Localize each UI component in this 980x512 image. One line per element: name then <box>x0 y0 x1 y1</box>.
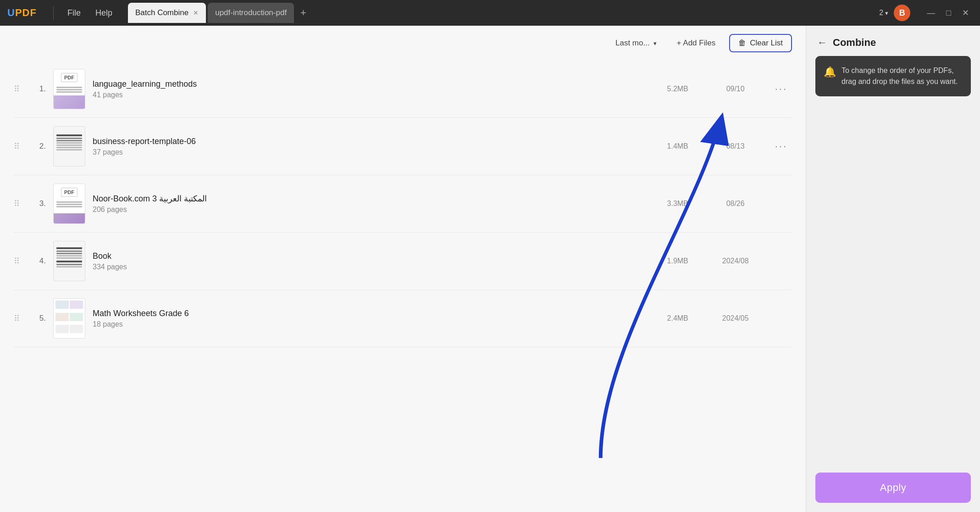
file-info: Math Worksheets Grade 6 18 pages <box>93 309 648 328</box>
window-controls: — □ ✕ <box>923 6 973 20</box>
file-thumbnail: PDF <box>53 184 85 224</box>
item-number: 1. <box>32 84 46 94</box>
file-info: Noor-Book.com 3 المكتبة العربية 206 page… <box>93 194 648 214</box>
table-row: ⠿ 5. Math Worksheets Grade 6 18 pages <box>14 290 792 347</box>
file-name: Noor-Book.com 3 المكتبة العربية <box>93 194 648 204</box>
tab-batch-combine-close[interactable]: ✕ <box>193 10 199 16</box>
file-pages: 334 pages <box>93 263 648 271</box>
file-thumbnail: PDF <box>53 69 85 109</box>
file-options-button[interactable]: ··· <box>770 139 792 154</box>
file-list: ⠿ 1. PDF language_learning_methods 41 pa… <box>0 61 806 512</box>
sort-chevron-icon: ▾ <box>653 40 657 47</box>
drag-handle[interactable]: ⠿ <box>14 256 25 266</box>
info-box: 🔔 To change the order of your PDFs, drag… <box>815 56 971 96</box>
file-size: 5.2MB <box>655 85 701 93</box>
add-files-label: + Add Files <box>677 39 716 48</box>
file-pages: 41 pages <box>93 91 648 99</box>
file-name: business-report-template-06 <box>93 137 648 146</box>
panel-spacer <box>806 96 980 463</box>
back-button[interactable]: ← <box>817 37 827 49</box>
apply-button[interactable]: Apply <box>815 473 971 503</box>
table-row: ⠿ 1. PDF language_learning_methods 41 pa… <box>14 61 792 118</box>
item-number: 5. <box>32 314 46 323</box>
tab-batch-combine-label: Batch Combine <box>135 8 188 17</box>
file-info: business-report-template-06 37 pages <box>93 137 648 156</box>
table-row: ⠿ 3. PDF Noor-Book.com 3 المكتبة العربية… <box>14 175 792 233</box>
minimize-button[interactable]: — <box>923 6 939 20</box>
titlebar-nav: File Help <box>61 6 119 21</box>
help-menu-button[interactable]: Help <box>89 6 119 21</box>
main-area: Last mo... ▾ + Add Files 🗑 Clear List ⠿ … <box>0 26 980 512</box>
maximize-button[interactable]: □ <box>942 6 955 20</box>
tabs-area: Batch Combine ✕ updf-introduction-pdf + <box>128 3 879 23</box>
files-panel: Last mo... ▾ + Add Files 🗑 Clear List ⠿ … <box>0 26 806 512</box>
file-size: 2.4MB <box>655 314 701 323</box>
file-pages: 37 pages <box>93 148 648 156</box>
file-menu-button[interactable]: File <box>61 6 87 21</box>
clear-list-button[interactable]: 🗑 Clear List <box>729 34 792 52</box>
file-options-button[interactable]: ··· <box>770 81 792 97</box>
right-panel: ← Combine 🔔 To change the order of your … <box>806 26 980 512</box>
sort-button[interactable]: Last mo... ▾ <box>609 35 663 51</box>
file-size: 3.3MB <box>655 200 701 208</box>
version-badge: 2 ▾ <box>879 9 888 17</box>
drag-handle[interactable]: ⠿ <box>14 313 25 323</box>
panel-header: ← Combine <box>806 26 980 56</box>
tab-updf-intro[interactable]: updf-introduction-pdf <box>208 3 294 23</box>
table-row: ⠿ 4. Book 334 pages 1.9MB 2024/08 ··· <box>14 233 792 290</box>
file-name: Book <box>93 251 648 261</box>
sort-label: Last mo... <box>615 39 650 48</box>
table-row: ⠿ 2. business-report-template-06 37 page… <box>14 118 792 175</box>
version-number: 2 <box>879 9 883 17</box>
version-chevron: ▾ <box>885 10 888 17</box>
file-thumbnail <box>53 298 85 339</box>
file-pages: 206 pages <box>93 206 648 214</box>
drag-handle[interactable]: ⠿ <box>14 141 25 151</box>
info-text: To change the order of your PDFs, drag a… <box>842 65 963 87</box>
add-tab-button[interactable]: + <box>296 5 311 21</box>
file-info: Book 334 pages <box>93 251 648 271</box>
drag-handle[interactable]: ⠿ <box>14 84 25 94</box>
file-info: language_learning_methods 41 pages <box>93 79 648 99</box>
file-thumbnail <box>53 241 85 281</box>
add-files-button[interactable]: + Add Files <box>670 35 722 51</box>
file-name: Math Worksheets Grade 6 <box>93 309 648 318</box>
file-pages: 18 pages <box>93 320 648 328</box>
file-date: 2024/08 <box>708 257 763 265</box>
titlebar: UPDF File Help Batch Combine ✕ updf-intr… <box>0 0 980 26</box>
drag-handle[interactable]: ⠿ <box>14 199 25 209</box>
file-name: language_learning_methods <box>93 79 648 89</box>
panel-title: Combine <box>833 37 876 49</box>
file-thumbnail <box>53 126 85 167</box>
trash-icon: 🗑 <box>738 39 746 48</box>
item-number: 4. <box>32 256 46 266</box>
close-button[interactable]: ✕ <box>958 6 973 20</box>
item-number: 2. <box>32 142 46 151</box>
titlebar-divider <box>53 6 54 20</box>
clear-list-label: Clear List <box>750 39 783 48</box>
file-date: 2024/05 <box>708 314 763 323</box>
user-avatar[interactable]: B <box>894 5 910 21</box>
file-size: 1.4MB <box>655 142 701 150</box>
tab-batch-combine[interactable]: Batch Combine ✕ <box>128 3 206 23</box>
file-date: 09/10 <box>708 85 763 93</box>
tab-updf-intro-label: updf-introduction-pdf <box>215 8 287 17</box>
item-number: 3. <box>32 199 46 208</box>
files-toolbar: Last mo... ▾ + Add Files 🗑 Clear List <box>0 26 806 61</box>
titlebar-right: 2 ▾ B — □ ✕ <box>879 5 973 21</box>
bell-icon: 🔔 <box>824 66 836 78</box>
file-date: 08/26 <box>708 200 763 208</box>
file-size: 1.9MB <box>655 257 701 265</box>
app-logo: UPDF <box>7 7 37 19</box>
file-date: 08/13 <box>708 142 763 150</box>
